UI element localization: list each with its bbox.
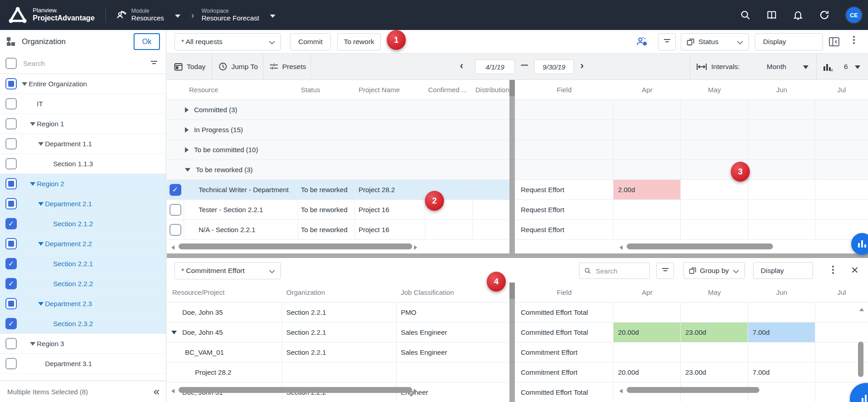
tree-checkbox[interactable] (5, 78, 17, 89)
collapse-down-icon[interactable] (171, 331, 177, 334)
resource-assignment-icon[interactable] (636, 36, 649, 47)
expand-arrow-icon[interactable] (22, 82, 27, 86)
tree-checkbox[interactable] (5, 138, 17, 149)
expand-right-icon[interactable] (185, 147, 189, 153)
commitment-row-child[interactable]: BC_VAM_01 Section 2.2.1 Sales Engineer (167, 342, 509, 362)
grid-vertical-splitter[interactable] (509, 80, 515, 253)
effort-cell-may[interactable]: 23.00d (681, 323, 748, 342)
commitment-view-select[interactable]: * Commitment Effort (175, 262, 281, 279)
help-book-icon[interactable] (766, 10, 777, 20)
date-from-input[interactable] (475, 60, 515, 74)
tree-checkbox[interactable] (5, 238, 17, 249)
row-checkbox[interactable] (170, 224, 181, 236)
refresh-icon[interactable] (819, 10, 830, 20)
tree-item-section-2-3-2[interactable]: Section 2.3.2 (0, 314, 166, 334)
tree-search-input[interactable] (22, 59, 146, 68)
effort-cell-may[interactable] (681, 220, 748, 239)
select-all-checkbox[interactable] (5, 58, 17, 69)
bottom-search-box[interactable] (579, 263, 650, 279)
commitment-row[interactable]: Doe, John 35 Section 2.2.1 PMO (167, 303, 509, 323)
request-row-na[interactable]: N/A - Section 2.2.1 To be reworked Proje… (167, 220, 509, 240)
grid-vertical-splitter[interactable] (509, 283, 515, 402)
tree-checkbox[interactable] (5, 98, 17, 109)
effort-cell-may[interactable] (681, 200, 748, 219)
tree-item-region-1[interactable]: Region 1 (0, 114, 166, 134)
tree-item-section-2-1-2[interactable]: Section 2.1.2 (0, 214, 166, 234)
horizontal-scrollbar-thumb[interactable] (179, 243, 412, 249)
expand-arrow-icon[interactable] (30, 342, 35, 346)
expand-arrow-icon[interactable] (30, 182, 35, 186)
group-row-in-progress[interactable]: In Progress (15) (167, 120, 509, 140)
expand-right-icon[interactable] (185, 127, 189, 133)
prev-period-icon[interactable]: ‹ (460, 61, 463, 71)
expand-right-icon[interactable] (185, 107, 189, 113)
expand-arrow-icon[interactable] (38, 242, 44, 246)
tree-item-department-1-1[interactable]: Department 1.1 (0, 134, 166, 154)
collapse-sidebar-icon[interactable]: « (154, 386, 160, 397)
more-options-kebab-icon[interactable] (853, 36, 855, 45)
tree-checkbox[interactable] (5, 278, 17, 289)
request-row-tester[interactable]: Tester - Section 2.2.1 To be reworked Pr… (167, 200, 509, 220)
row-checkbox[interactable] (170, 184, 181, 196)
tree-item-department-2-2[interactable]: Department 2.2 (0, 234, 166, 254)
effort-cell-apr[interactable] (614, 220, 681, 239)
ok-button[interactable]: Ok (134, 33, 160, 50)
tree-item-department-2-3[interactable]: Department 2.3 (0, 294, 166, 314)
vertical-scrollbar-thumb[interactable] (858, 342, 863, 377)
date-to-input[interactable] (534, 60, 574, 74)
status-grouping-button[interactable]: Status (681, 33, 749, 50)
expand-arrow-icon[interactable] (38, 202, 44, 206)
commitment-row-child[interactable]: Project 28.2 (167, 362, 509, 382)
tree-item-department-3-1[interactable]: Department 3.1 (0, 354, 166, 374)
tree-checkbox[interactable] (5, 298, 17, 309)
commit-button[interactable]: Commit (290, 33, 331, 50)
tree-checkbox[interactable] (5, 358, 17, 369)
scroll-right-icon[interactable] (414, 389, 417, 393)
horizontal-scrollbar-thumb[interactable] (179, 387, 412, 393)
tree-item-department-2-1[interactable]: Department 2.1 (0, 194, 166, 214)
effort-cell-may[interactable] (681, 180, 748, 199)
effort-cell-apr[interactable] (614, 200, 681, 219)
tree-item-section-2-2-2[interactable]: Section 2.2.2 (0, 274, 166, 294)
bottom-filter-button[interactable] (656, 263, 674, 279)
effort-cell-jun[interactable] (748, 220, 815, 239)
planview-logo[interactable]: Planview. ProjectAdvantage (8, 6, 95, 24)
row-checkbox[interactable] (170, 204, 181, 216)
effort-cell-jun[interactable]: 7.00d (748, 323, 815, 342)
display-button[interactable]: Display (755, 33, 823, 50)
effort-cell-jul[interactable] (815, 303, 868, 322)
effort-cell-may[interactable] (681, 303, 748, 322)
tree-checkbox[interactable] (5, 118, 17, 129)
scroll-left-icon[interactable] (619, 389, 623, 393)
request-row-technical-writer[interactable]: Technical Writer - Department To be rewo… (167, 180, 509, 200)
effort-cell-apr[interactable] (614, 303, 681, 322)
scroll-left-icon[interactable] (171, 389, 175, 393)
bottom-kebab-icon[interactable] (832, 266, 834, 275)
interval-count-select[interactable]: 6 (844, 54, 848, 79)
user-avatar[interactable]: CE (845, 6, 863, 24)
to-rework-button[interactable]: To rework (337, 33, 381, 50)
tree-checkbox[interactable] (5, 318, 17, 329)
expand-arrow-icon[interactable] (30, 122, 35, 126)
group-row-committed[interactable]: Committed (3) (167, 100, 509, 120)
notifications-bell-icon[interactable] (793, 10, 803, 20)
tree-item-region-3[interactable]: Region 3 (0, 334, 166, 354)
workspace-switcher[interactable]: Workspace Resource Forecast (201, 8, 277, 22)
collapse-panel-icon[interactable] (828, 36, 840, 47)
effort-cell-jul[interactable] (815, 180, 868, 199)
tree-item-it[interactable]: IT (0, 94, 166, 114)
effort-cell-jul[interactable] (815, 323, 868, 342)
collapse-down-icon[interactable] (185, 168, 190, 172)
effort-cell-jul[interactable] (815, 200, 868, 219)
tree-item-entire-organization[interactable]: Entire Organization (0, 74, 166, 94)
effort-cell-jun[interactable] (748, 200, 815, 219)
count-chevron-down-icon[interactable] (855, 65, 860, 69)
horizontal-scrollbar-thumb[interactable] (627, 387, 759, 393)
effort-cell-may[interactable]: 23.00d (681, 362, 748, 382)
effort-cell-jun[interactable]: 7.00d (748, 362, 815, 382)
effort-cell-jun[interactable] (748, 303, 815, 322)
jump-to-button[interactable]: Jump To (219, 54, 258, 79)
today-button[interactable]: Today (174, 54, 205, 79)
scroll-left-icon[interactable] (619, 245, 623, 250)
presets-button[interactable]: Presets (269, 54, 306, 79)
